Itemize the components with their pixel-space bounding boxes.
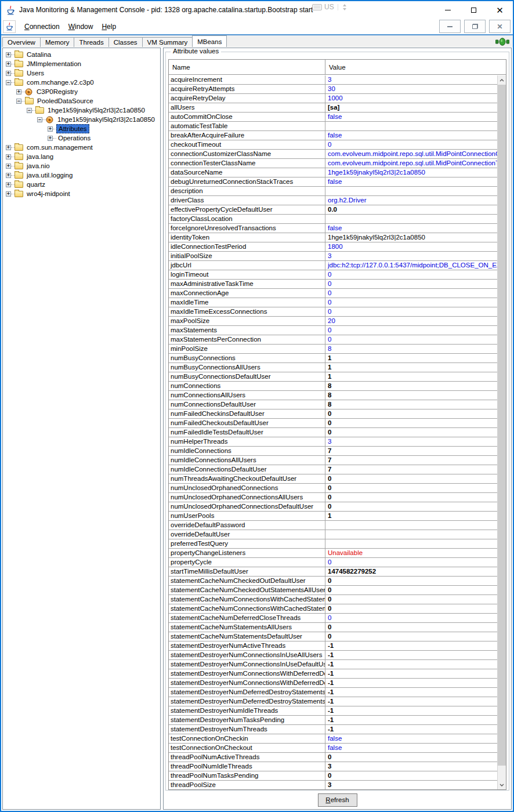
expand-icon[interactable]: + <box>48 126 53 132</box>
attribute-value-cell[interactable]: false <box>325 113 497 121</box>
attribute-value-cell[interactable]: 0 <box>325 419 497 427</box>
attribute-row[interactable]: statementDestroyerNumThreads-1 <box>169 725 497 734</box>
attribute-value-cell[interactable]: 0 <box>325 326 497 335</box>
attribute-name-cell[interactable]: statementCacheNumConnectionsWithCachedSt… <box>169 604 325 613</box>
tab-vm-summary[interactable]: VM Summary <box>142 37 193 47</box>
attribute-value-cell[interactable]: 0 <box>325 140 497 149</box>
attribute-value-cell[interactable]: 3 <box>325 781 497 789</box>
attribute-value-cell[interactable]: 7 <box>325 447 497 455</box>
attribute-name-cell[interactable]: statementDestroyerNumDeferredDestroyStat… <box>169 688 325 697</box>
attribute-name-cell[interactable]: startTimeMillisDefaultUser <box>169 567 325 576</box>
attribute-value-cell[interactable]: 8 <box>325 400 497 409</box>
tree-item-label[interactable]: C3P0Registry <box>35 88 79 96</box>
attribute-row[interactable]: debugUnreturnedConnectionStackTracesfals… <box>169 177 497 187</box>
attribute-value-cell[interactable]: -1 <box>325 669 497 678</box>
attribute-name-cell[interactable]: preferredTestQuery <box>169 539 325 548</box>
attribute-value-cell[interactable]: -1 <box>325 725 497 734</box>
frame-restore-button[interactable] <box>464 20 486 33</box>
attribute-value-cell[interactable]: 0 <box>325 474 497 483</box>
attribute-name-cell[interactable]: driverClass <box>169 196 325 205</box>
attribute-name-cell[interactable]: numUnclosedOrphanedConnections <box>169 484 325 492</box>
expand-icon[interactable]: + <box>16 89 21 95</box>
attribute-name-cell[interactable]: numThreadsAwaitingCheckoutDefaultUser <box>169 474 325 483</box>
attribute-name-cell[interactable]: numUserPools <box>169 512 325 520</box>
attribute-value-cell[interactable]: 0 <box>325 502 497 511</box>
tree-item-label[interactable]: Users <box>25 69 46 77</box>
tree-item-label[interactable]: quartz <box>25 180 47 188</box>
attribute-name-cell[interactable]: maxStatementsPerConnection <box>169 335 325 344</box>
attribute-value-cell[interactable]: 1474582279252 <box>325 567 497 576</box>
attribute-value-cell[interactable] <box>325 122 497 130</box>
attribute-value-cell[interactable]: 0 <box>325 632 497 641</box>
expand-icon[interactable]: + <box>6 61 11 67</box>
column-header-name[interactable]: Name <box>169 60 325 74</box>
attribute-value-cell[interactable]: 0 <box>325 604 497 613</box>
attribute-name-cell[interactable]: autoCommitOnClose <box>169 113 325 121</box>
attribute-value-cell[interactable]: -1 <box>325 688 497 697</box>
tree-item-label[interactable]: com.sun.management <box>25 143 95 151</box>
attribute-value-cell[interactable] <box>325 187 497 195</box>
attribute-name-cell[interactable]: statementDestroyerNumConnectionsInUseDef… <box>169 660 325 669</box>
collapse-icon[interactable]: − <box>6 80 11 85</box>
refresh-button[interactable]: Refresh <box>318 793 357 807</box>
attribute-name-cell[interactable]: numConnections <box>169 382 325 390</box>
attribute-name-cell[interactable]: numIdleConnections <box>169 447 325 455</box>
attribute-value-cell[interactable]: 0 <box>325 577 497 585</box>
attribute-row[interactable]: numIdleConnectionsDefaultUser7 <box>169 465 497 474</box>
attribute-row[interactable]: idleConnectionTestPeriod1800 <box>169 242 497 252</box>
scroll-up-button[interactable] <box>498 75 506 85</box>
attribute-value-cell[interactable]: 3 <box>325 75 497 84</box>
attribute-name-cell[interactable]: acquireRetryAttempts <box>169 85 325 93</box>
attribute-name-cell[interactable]: identityToken <box>169 233 325 242</box>
attribute-row[interactable]: maxIdleTimeExcessConnections0 <box>169 307 497 317</box>
attribute-row[interactable]: numConnectionsDefaultUser8 <box>169 400 497 409</box>
attribute-value-cell[interactable]: 0 <box>325 595 497 604</box>
tree-item-label[interactable]: Catalina <box>25 50 53 59</box>
attribute-row[interactable]: numConnections8 <box>169 382 497 391</box>
attribute-name-cell[interactable]: overrideDefaultUser <box>169 530 325 539</box>
attribute-value-cell[interactable]: 0 <box>325 335 497 344</box>
attribute-name-cell[interactable]: dataSourceName <box>169 168 325 177</box>
attribute-value-cell[interactable]: 1hge1k59jnakyl5lq2rl3|2c1a0850 <box>325 168 497 177</box>
expand-icon[interactable]: + <box>6 164 11 169</box>
attribute-name-cell[interactable]: description <box>169 187 325 195</box>
attribute-name-cell[interactable]: propertyChangeListeners <box>169 549 325 557</box>
attribute-value-cell[interactable]: -1 <box>325 660 497 669</box>
attribute-name-cell[interactable]: testConnectionOnCheckout <box>169 744 325 752</box>
attribute-name-cell[interactable]: initialPoolSize <box>169 252 325 260</box>
attribute-row[interactable]: description <box>169 187 497 196</box>
attribute-row[interactable]: testConnectionOnCheckinfalse <box>169 734 497 744</box>
attribute-row[interactable]: preferredTestQuery <box>169 539 497 549</box>
attribute-row[interactable]: numIdleConnectionsAllUsers7 <box>169 456 497 465</box>
attribute-row[interactable]: numBusyConnections1 <box>169 354 497 363</box>
attribute-name-cell[interactable]: idleConnectionTestPeriod <box>169 242 325 251</box>
tab-mbeans[interactable]: MBeans <box>192 35 227 47</box>
attribute-name-cell[interactable]: threadPoolNumTasksPending <box>169 771 325 780</box>
attribute-name-cell[interactable]: statementDestroyerNumDeferredDestroyStat… <box>169 697 325 706</box>
attribute-value-cell[interactable]: 8 <box>325 345 497 353</box>
attribute-row[interactable]: acquireIncrement3 <box>169 75 497 85</box>
attribute-row[interactable]: statementDestroyerNumConnectionsInUseAll… <box>169 651 497 660</box>
attribute-value-cell[interactable]: 3 <box>325 252 497 260</box>
attribute-row[interactable]: forceIgnoreUnresolvedTransactionsfalse <box>169 224 497 233</box>
attribute-value-cell[interactable] <box>325 521 497 530</box>
attribute-name-cell[interactable]: numFailedCheckoutsDefaultUser <box>169 419 325 427</box>
attribute-value-cell[interactable]: 0 <box>325 771 497 780</box>
attribute-value-cell[interactable]: 1 <box>325 512 497 520</box>
attribute-row[interactable]: threadPoolNumActiveThreads0 <box>169 753 497 762</box>
attribute-name-cell[interactable]: numFailedIdleTestsDefaultUser <box>169 428 325 437</box>
tab-threads[interactable]: Threads <box>74 37 108 47</box>
attribute-name-cell[interactable]: numBusyConnections <box>169 354 325 362</box>
attribute-row[interactable]: autoCommitOnClosefalse <box>169 113 497 122</box>
attribute-value-cell[interactable]: 0 <box>325 298 497 307</box>
attribute-name-cell[interactable]: maxConnectionAge <box>169 289 325 298</box>
attribute-value-cell[interactable]: 1 <box>325 354 497 362</box>
attribute-name-cell[interactable]: numUnclosedOrphanedConnectionsDefaultUse… <box>169 502 325 511</box>
attribute-value-cell[interactable]: 1 <box>325 363 497 372</box>
attribute-row[interactable]: startTimeMillisDefaultUser1474582279252 <box>169 567 497 577</box>
attribute-name-cell[interactable]: statementDestroyerNumIdleThreads <box>169 706 325 715</box>
attribute-value-cell[interactable]: 7 <box>325 465 497 474</box>
attribute-name-cell[interactable]: allUsers <box>169 103 325 112</box>
attribute-value-cell[interactable]: 1 <box>325 372 497 381</box>
attribute-value-cell[interactable]: 7 <box>325 456 497 465</box>
